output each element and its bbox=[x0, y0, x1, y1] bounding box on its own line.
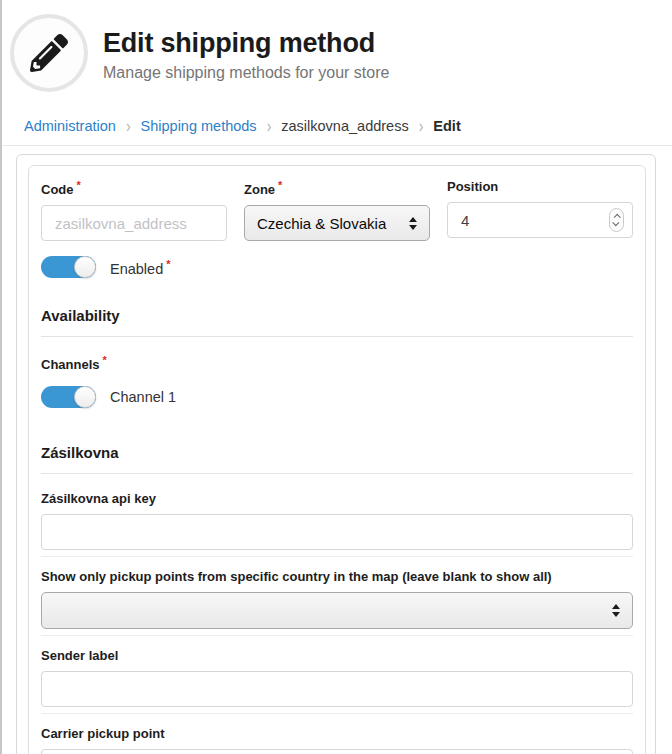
breadcrumb-shipping-methods[interactable]: Shipping methods bbox=[141, 118, 257, 134]
position-label: Position bbox=[447, 179, 633, 194]
breadcrumb: Administration › Shipping methods › zasi… bbox=[24, 118, 672, 134]
api-key-label: Zásilkovna api key bbox=[41, 491, 633, 506]
country-filter-label: Show only pickup points from specific co… bbox=[41, 569, 633, 584]
enabled-label-text: Enabled bbox=[110, 261, 163, 277]
position-field: Position bbox=[447, 179, 633, 241]
enabled-label: Enabled* bbox=[110, 258, 171, 277]
country-filter-select[interactable] bbox=[41, 592, 633, 629]
breadcrumb-edit: Edit bbox=[433, 118, 460, 134]
field-divider bbox=[41, 635, 633, 636]
api-key-field: Zásilkovna api key bbox=[41, 491, 633, 557]
zone-label-text: Zone bbox=[244, 182, 275, 197]
sender-label-field: Sender label bbox=[41, 648, 633, 714]
enabled-toggle[interactable] bbox=[41, 256, 96, 278]
pencil-icon-glyph bbox=[30, 34, 68, 72]
form-card: Code* Zone* Czechia & Slovakia Position bbox=[16, 154, 656, 754]
position-input[interactable] bbox=[447, 202, 633, 238]
page-title: Edit shipping method bbox=[103, 28, 389, 59]
zone-select-value: Czechia & Slovakia bbox=[257, 215, 386, 232]
window-edge bbox=[0, 0, 2, 754]
stepper-down-icon[interactable] bbox=[612, 219, 619, 226]
channel-1-label: Channel 1 bbox=[110, 389, 176, 405]
required-asterisk: * bbox=[103, 354, 107, 366]
zone-select[interactable]: Czechia & Slovakia bbox=[244, 205, 430, 241]
carrier-pickup-point-input[interactable] bbox=[41, 749, 633, 754]
channels-label: Channels* bbox=[41, 354, 633, 372]
channel-1-toggle[interactable] bbox=[41, 386, 96, 408]
sender-label-input[interactable] bbox=[41, 671, 633, 707]
header-divider bbox=[0, 145, 672, 146]
zasilkovna-heading: Zásilkovna bbox=[41, 444, 633, 474]
pencil-icon bbox=[10, 14, 88, 92]
breadcrumb-method-code: zasilkovna_address bbox=[281, 118, 408, 134]
code-label: Code* bbox=[41, 179, 227, 197]
field-divider bbox=[41, 556, 633, 557]
chevron-right-icon: › bbox=[126, 116, 131, 136]
breadcrumb-administration[interactable]: Administration bbox=[24, 118, 116, 134]
toggle-knob[interactable] bbox=[74, 386, 96, 408]
select-arrows-icon bbox=[612, 604, 620, 617]
toggle-knob[interactable] bbox=[74, 256, 96, 278]
availability-heading: Availability bbox=[41, 307, 633, 337]
channel-1-field: Channel 1 bbox=[41, 386, 633, 408]
form-card-inner: Code* Zone* Czechia & Slovakia Position bbox=[28, 165, 646, 754]
api-key-input[interactable] bbox=[41, 514, 633, 550]
code-input[interactable] bbox=[41, 205, 227, 241]
chevron-right-icon: › bbox=[267, 116, 272, 136]
code-label-text: Code bbox=[41, 182, 74, 197]
zone-label: Zone* bbox=[244, 179, 430, 197]
position-stepper[interactable] bbox=[609, 208, 624, 232]
general-fields-row: Code* Zone* Czechia & Slovakia Position bbox=[41, 179, 633, 241]
field-divider bbox=[41, 713, 633, 714]
country-filter-field: Show only pickup points from specific co… bbox=[41, 569, 633, 636]
carrier-pickup-point-label: Carrier pickup point bbox=[41, 726, 633, 741]
page-header: Edit shipping method Manage shipping met… bbox=[0, 0, 672, 92]
enabled-field: Enabled* bbox=[41, 256, 633, 278]
chevron-right-icon: › bbox=[419, 116, 424, 136]
page-subtitle: Manage shipping methods for your store bbox=[103, 64, 389, 82]
zone-field: Zone* Czechia & Slovakia bbox=[244, 179, 430, 241]
carrier-pickup-point-field: Carrier pickup point bbox=[41, 726, 633, 754]
sender-label-label: Sender label bbox=[41, 648, 633, 663]
required-asterisk: * bbox=[77, 179, 81, 191]
required-asterisk: * bbox=[166, 258, 170, 270]
code-field: Code* bbox=[41, 179, 227, 241]
select-arrows-icon bbox=[409, 217, 417, 230]
required-asterisk: * bbox=[278, 179, 282, 191]
channels-label-text: Channels bbox=[41, 358, 100, 373]
